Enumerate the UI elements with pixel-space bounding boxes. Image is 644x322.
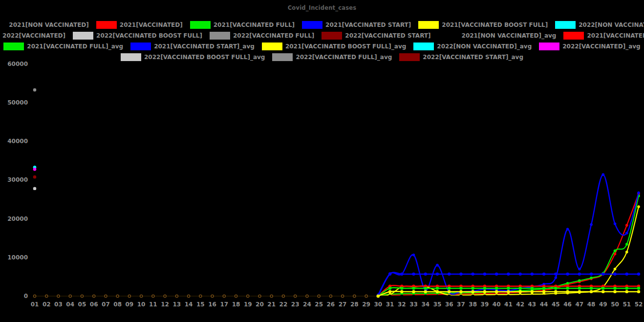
series-marker 2021[VACCINATED BOOST FULL]_avg [578,290,581,293]
series-marker 2021[VACCINATED START]_avg [483,273,486,276]
series-marker 2021[VACCINATED BOOST FULL]_avg [566,290,569,293]
series-marker 2021[VACCINATED FULL]_avg [578,287,581,290]
series-marker 2021[VACCINATED BOOST FULL]_avg [554,290,557,293]
series-marker zero-baseline-overlapped-markers-weeks-01-29 [329,295,332,297]
x-tick-label: 16 [208,301,216,308]
series-marker zero-baseline-overlapped-markers-weeks-01-29 [93,295,95,297]
series-marker 2021[VACCINATED FULL]_avg [637,287,640,290]
y-tick-label: 30000 [7,176,28,183]
series-marker 2021[VACCINATED START]_avg [436,273,439,276]
series-marker 2021[NON VACCINATED]_avg [601,295,604,298]
x-tick-label: 17 [220,301,228,308]
series-marker zero-baseline-overlapped-markers-weeks-01-29 [342,295,344,297]
series-marker 2021[NON VACCINATED]_avg [554,295,557,298]
series-marker 2021[VACCINATED FULL] [578,279,581,282]
y-tick-label: 60000 [7,61,28,67]
x-tick-label: 43 [528,301,537,308]
series-marker 2021[NON VACCINATED]_avg [578,295,581,298]
series-marker 2021[VACCINATED START] [412,254,415,257]
series-marker zero-baseline-overlapped-markers-weeks-01-29 [81,295,83,297]
series-marker 2021[VACCINATED FULL]_avg [495,287,498,290]
x-tick-label: 29 [362,301,370,308]
series-marker 2021[VACCINATED FULL]_avg [613,287,616,290]
series-marker 2021[VACCINATED BOOST FULL] [614,268,617,271]
series-marker 2021[NON VACCINATED]_avg [448,295,451,298]
series-marker zero-baseline-overlapped-markers-weeks-01-29 [235,295,237,297]
series-marker 2021[VACCINATED FULL] [590,277,593,279]
series-marker 2021[NON VACCINATED]_avg [613,295,616,298]
x-tick-label: 41 [504,301,513,308]
series-marker 2021[VACCINATED FULL]_avg [388,287,391,290]
series-marker zero-baseline-overlapped-markers-weeks-01-29 [164,295,166,297]
series-marker 2021[VACCINATED BOOST FULL] [637,205,640,208]
series-marker 2022[VACCINATED START]_avg [33,175,36,178]
series-marker zero-baseline-overlapped-markers-weeks-01-29 [294,295,297,297]
series-marker zero-baseline-overlapped-markers-weeks-01-29 [152,295,154,297]
x-tick-label: 06 [90,301,98,308]
x-tick-label: 22 [279,301,288,308]
series-marker 2021[VACCINATED START]_avg [472,273,474,276]
series-marker zero-baseline-overlapped-markers-weeks-01-29 [211,295,214,297]
x-tick-label: 42 [516,301,524,308]
series-marker 2021[VACCINATED BOOST FULL] [625,251,628,254]
x-tick-label: 02 [43,301,51,308]
series-marker 2021[VACCINATED FULL]_avg [448,287,451,290]
x-tick-label: 35 [433,301,442,308]
series-marker zero-baseline-overlapped-markers-weeks-01-29 [69,295,71,297]
x-tick-label: 44 [540,301,548,308]
x-tick-label: 05 [78,301,86,308]
x-tick-label: 18 [232,301,240,308]
series-marker zero-baseline-overlapped-markers-weeks-01-29 [128,295,130,297]
series-marker 2021[NON VACCINATED]_avg [637,295,640,298]
x-tick-label: 45 [552,301,560,308]
series-marker zero-baseline-overlapped-markers-weeks-01-29 [223,295,225,297]
series-marker 2021[NON VACCINATED]_avg [507,295,510,298]
series-marker 2021[VACCINATED BOOST FULL]_avg [400,290,403,293]
series-marker zero-baseline-overlapped-markers-weeks-01-29 [57,295,60,297]
series-marker 2021[NON VACCINATED]_avg [388,295,391,298]
series-marker 2021[VACCINATED BOOST FULL]_avg [637,290,640,293]
series-marker zero-baseline-overlapped-markers-weeks-01-29 [199,295,202,297]
x-tick-label: 12 [161,301,169,308]
series-marker 2021[VACCINATED BOOST FULL]_avg [518,290,521,293]
x-tick-label: 23 [291,301,300,308]
series-marker 2021[VACCINATED START]_avg [601,273,604,276]
series-marker 2021[VACCINATED START]_avg [578,273,581,276]
series-marker 2021[VACCINATED FULL] [625,243,628,246]
series-marker 2021[VACCINATED START]_avg [531,273,534,276]
series-marker 2021[VACCINATED BOOST FULL]_avg [483,290,486,293]
x-tick-label: 13 [172,301,181,308]
x-tick-label: 08 [113,301,122,308]
y-tick-label: 50000 [7,99,28,106]
series-marker 2021[NON VACCINATED]_avg [625,295,628,298]
series-marker 2021[VACCINATED BOOST FULL]_avg [448,290,451,293]
x-tick-label: 51 [623,301,631,308]
y-tick-label: 40000 [7,138,28,145]
series-marker 2021[VACCINATED FULL]_avg [590,287,593,290]
series-marker 2021[VACCINATED FULL]_avg [554,287,557,290]
x-tick-label: 30 [374,301,382,308]
series-marker 2021[VACCINATED BOOST FULL]_avg [601,290,604,293]
series-marker 2021[VACCINATED START] [614,222,617,225]
x-tick-label: 33 [409,301,418,308]
series-marker 2021[VACCINATED BOOST FULL]_avg [436,290,439,293]
series-marker 2021[VACCINATED FULL]_avg [412,287,415,290]
series-marker 2021[VACCINATED START]_avg [637,273,640,276]
x-tick-label: 38 [469,301,477,308]
x-tick-label: 37 [457,301,465,308]
x-tick-label: 27 [339,301,347,308]
series-marker 2021[VACCINATED FULL]_avg [542,287,545,290]
y-tick-label: 20000 [7,215,28,222]
x-tick-label: 11 [149,301,157,308]
series-marker 2021[VACCINATED FULL] [566,282,569,285]
series-marker 2021[NON VACCINATED]_avg [542,295,545,298]
series-marker 2021[NON VACCINATED]_avg [436,295,439,298]
series-marker 2021[VACCINATED START]_avg [518,273,521,276]
series-marker 2021[VACCINATED BOOST FULL]_avg [424,290,427,293]
series-marker 2021[NON VACCINATED]_avg [412,295,415,298]
series-marker 2021[VACCINATED FULL]_avg [507,287,510,290]
series-marker zero-baseline-overlapped-markers-weeks-01-29 [187,295,190,297]
x-tick-label: 40 [493,301,501,308]
series-marker 2021[VACCINATED FULL]_avg [436,287,439,290]
series-marker 2021[VACCINATED START]_avg [554,273,557,276]
